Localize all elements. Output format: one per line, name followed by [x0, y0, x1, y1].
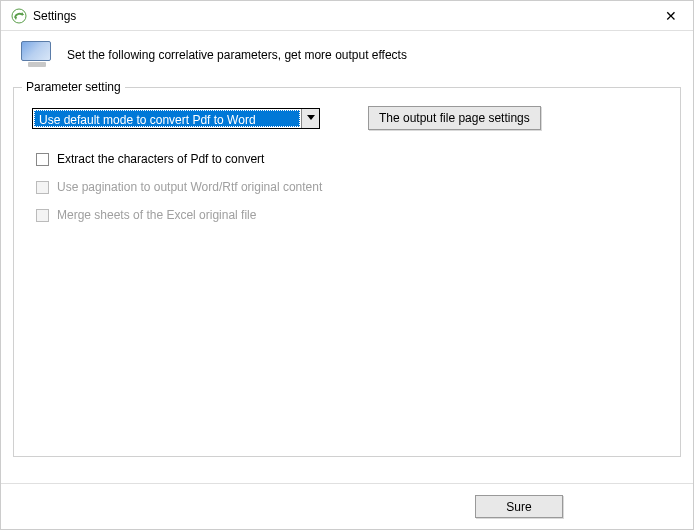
window-title: Settings — [33, 9, 76, 23]
svg-point-0 — [12, 9, 26, 23]
checkbox-label: Extract the characters of Pdf to convert — [57, 152, 264, 166]
output-page-settings-button[interactable]: The output file page settings — [368, 106, 541, 130]
close-button[interactable]: ✕ — [657, 4, 685, 28]
header-area: Set the following correlative parameters… — [1, 31, 693, 87]
titlebar: Settings ✕ — [1, 1, 693, 31]
chevron-down-icon[interactable] — [301, 109, 319, 128]
checkbox-merge-sheets — [36, 209, 49, 222]
app-icon — [11, 8, 27, 24]
sure-button[interactable]: Sure — [475, 495, 563, 518]
header-description: Set the following correlative parameters… — [67, 48, 407, 62]
footer: Sure — [1, 483, 693, 529]
monitor-icon — [21, 41, 53, 69]
mode-dropdown[interactable]: Use default mode to convert Pdf to Word — [32, 108, 320, 129]
checkbox-label: Merge sheets of the Excel original file — [57, 208, 256, 222]
mode-dropdown-selected: Use default mode to convert Pdf to Word — [34, 110, 300, 127]
groupbox-legend: Parameter setting — [22, 80, 125, 94]
checkbox-pagination — [36, 181, 49, 194]
checkbox-row-pagination: Use pagination to output Word/Rtf origin… — [32, 180, 662, 194]
checkbox-extract[interactable] — [36, 153, 49, 166]
parameter-groupbox: Parameter setting Use default mode to co… — [13, 87, 681, 457]
checkbox-label: Use pagination to output Word/Rtf origin… — [57, 180, 322, 194]
checkbox-row-merge-sheets: Merge sheets of the Excel original file — [32, 208, 662, 222]
checkbox-row-extract[interactable]: Extract the characters of Pdf to convert — [32, 152, 662, 166]
